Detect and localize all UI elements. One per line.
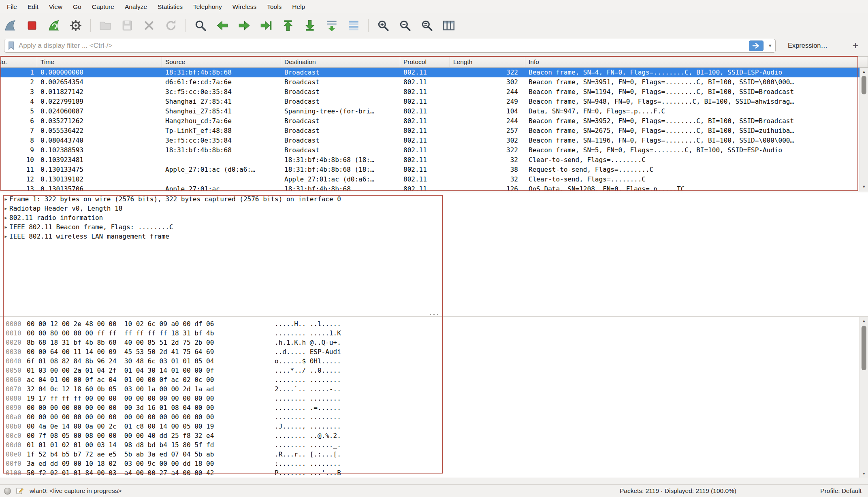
- expand-arrow-icon[interactable]: ▶: [2, 213, 9, 222]
- expression-button[interactable]: Expression…: [788, 42, 827, 49]
- menu-view[interactable]: View: [44, 0, 68, 13]
- hex-row-0000[interactable]: 000000 00 12 00 2e 48 00 00 10 02 6c 09 …: [0, 319, 868, 328]
- detail-line-3[interactable]: ▶802.11 radio information: [0, 213, 868, 222]
- apply-filter-button[interactable]: [749, 41, 763, 51]
- profile-button[interactable]: Profile: Default: [820, 487, 862, 495]
- find-packet-button[interactable]: [191, 16, 210, 35]
- column-header-info[interactable]: Info: [525, 57, 868, 67]
- hex-row-00e0[interactable]: 00e01f 52 b4 b5 b7 72 ae e5 5b ab 3a ed …: [0, 450, 868, 459]
- column-header-destination[interactable]: Destination: [281, 57, 400, 67]
- detail-line-1[interactable]: ▶Frame 1: 322 bytes on wire (2576 bits),…: [0, 194, 868, 204]
- menu-edit[interactable]: Edit: [22, 0, 44, 13]
- go-forward-button[interactable]: [235, 16, 254, 35]
- hex-row-0030[interactable]: 003000 00 64 00 11 14 00 09 45 53 50 2d …: [0, 347, 868, 356]
- zoom-reset-button[interactable]: [418, 16, 436, 35]
- expand-arrow-icon[interactable]: ▶: [2, 232, 9, 241]
- hex-row-00f0[interactable]: 00f03a ed dd 09 00 10 18 02 03 00 9c 00 …: [0, 459, 868, 468]
- filter-bookmark-icon[interactable]: [7, 41, 15, 50]
- colorize-button[interactable]: [344, 16, 363, 35]
- packet-row-10[interactable]: 100.10392348118:31:bf:4b:8b:68 (18:…802.…: [0, 155, 868, 165]
- hex-dump: 000000 00 12 00 2e 48 00 00 10 02 6c 09 …: [0, 319, 868, 478]
- zoom-in-button[interactable]: [374, 16, 392, 35]
- capture-options-button[interactable]: [66, 16, 85, 35]
- go-to-top-button[interactable]: [279, 16, 297, 35]
- packet-row-1[interactable]: 10.00000000018:31:bf:4b:8b:68Broadcast80…: [0, 68, 868, 77]
- hex-row-00c0[interactable]: 00c000 7f 08 05 00 08 00 00 00 00 40 dd …: [0, 431, 868, 440]
- restart-capture-button[interactable]: [45, 16, 63, 35]
- packet-row-3[interactable]: 30.0118271423c:f5:cc:0e:35:84Broadcast80…: [0, 87, 868, 97]
- column-header-no[interactable]: No.: [0, 57, 37, 67]
- hex-row-0070[interactable]: 007032 04 0c 12 18 60 0b 05 03 00 1a 00 …: [0, 384, 868, 394]
- hex-row-00b0[interactable]: 00b000 4a 0e 14 00 0a 00 2c 01 c8 00 14 …: [0, 422, 868, 431]
- packet-row-2[interactable]: 20.002654354d6:61:fe:cd:7a:6eBroadcast80…: [0, 77, 868, 87]
- hex-offset: 0060: [6, 375, 27, 384]
- packet-list-scrollbar-thumb[interactable]: [862, 76, 866, 94]
- capture-comment-icon[interactable]: [16, 487, 24, 495]
- detail-line-4[interactable]: ▶IEEE 802.11 Beacon frame, Flags: ......…: [0, 222, 868, 232]
- scroll-up-icon[interactable]: ▲: [860, 318, 868, 324]
- packet-row-7[interactable]: 70.055536422Tp-LinkT_ef:48:88Broadcast80…: [0, 126, 868, 136]
- hex-row-00a0[interactable]: 00a000 00 00 00 00 00 00 00 00 00 00 00 …: [0, 412, 868, 422]
- stop-capture-button[interactable]: [23, 16, 41, 35]
- auto-scroll-button[interactable]: [322, 16, 341, 35]
- hex-row-0040[interactable]: 00406f 01 08 82 84 8b 96 24 30 48 6c 03 …: [0, 356, 868, 366]
- filter-history-dropdown[interactable]: ▾: [765, 40, 775, 52]
- packet-row-5[interactable]: 50.024060087Shanghai_27:85:41Spanning-tr…: [0, 107, 868, 116]
- scroll-up-icon[interactable]: ▲: [860, 68, 868, 75]
- hex-row-0020[interactable]: 00208b 68 18 31 bf 4b 8b 68 40 00 85 51 …: [0, 338, 868, 347]
- hex-scrollbar-thumb[interactable]: [862, 326, 866, 370]
- scroll-down-icon[interactable]: ▼: [860, 183, 868, 190]
- packet-counts-text: Packets: 2119 · Displayed: 2119 (100.0%): [620, 487, 736, 495]
- hex-row-0100[interactable]: 010050 f2 02 01 01 84 00 03 a4 00 00 27 …: [0, 468, 868, 478]
- packet-row-4[interactable]: 40.022799189Shanghai_27:85:41Broadcast80…: [0, 97, 868, 107]
- go-back-button[interactable]: [213, 16, 232, 35]
- menu-go[interactable]: Go: [68, 0, 87, 13]
- menu-telephony[interactable]: Telephony: [188, 0, 227, 13]
- packet-cell: 4: [0, 97, 37, 107]
- detail-line-2[interactable]: ▶Radiotap Header v0, Length 18: [0, 204, 868, 213]
- hex-row-0090[interactable]: 009000 00 00 00 00 00 00 00 00 3d 16 01 …: [0, 403, 868, 412]
- menu-statistics[interactable]: Statistics: [152, 0, 188, 13]
- add-filter-button[interactable]: +: [849, 40, 862, 51]
- packet-cell: 7: [0, 126, 37, 136]
- menu-help[interactable]: Help: [287, 0, 310, 13]
- menu-file[interactable]: File: [2, 0, 22, 13]
- menu-tools[interactable]: Tools: [262, 0, 287, 13]
- packet-row-6[interactable]: 60.035271262Hangzhou_cd:7a:6eBroadcast80…: [0, 116, 868, 126]
- detail-line-5[interactable]: ▶IEEE 802.11 wireless LAN management fra…: [0, 232, 868, 241]
- packet-row-8[interactable]: 80.0804437403e:f5:cc:0e:35:84Broadcast80…: [0, 136, 868, 145]
- column-header-source[interactable]: Source: [162, 57, 281, 67]
- start-capture-button[interactable]: [1, 16, 19, 35]
- go-to-bottom-button[interactable]: [301, 16, 319, 35]
- hex-row-0050[interactable]: 005001 03 00 00 2a 01 04 2f 01 04 30 14 …: [0, 366, 868, 375]
- packet-row-12[interactable]: 120.130139102Apple_27:01:ac (d0:a6:…802.…: [0, 175, 868, 184]
- packet-row-9[interactable]: 90.10238859318:31:bf:4b:8b:68Broadcast80…: [0, 145, 868, 155]
- expand-arrow-icon[interactable]: ▶: [2, 204, 9, 213]
- hex-row-00d0[interactable]: 00d001 01 01 02 01 00 03 14 98 d8 bd b4 …: [0, 440, 868, 450]
- menu-capture[interactable]: Capture: [87, 0, 119, 13]
- packet-list-scrollbar[interactable]: ▲ ▼: [859, 68, 868, 191]
- expand-arrow-icon[interactable]: ▶: [2, 194, 9, 204]
- packet-row-11[interactable]: 110.130133475Apple_27:01:ac (d0:a6:…18:3…: [0, 165, 868, 175]
- zoom-out-button[interactable]: [396, 16, 414, 35]
- expert-info-icon[interactable]: [4, 488, 11, 495]
- column-header-length[interactable]: Length: [450, 57, 525, 67]
- column-header-time[interactable]: Time: [37, 57, 162, 67]
- go-to-packet-button[interactable]: [257, 16, 275, 35]
- resize-columns-button[interactable]: [439, 16, 458, 35]
- column-header-protocol[interactable]: Protocol: [400, 57, 450, 67]
- hex-row-0060[interactable]: 0060ac 04 01 00 00 0f ac 04 01 00 00 0f …: [0, 375, 868, 384]
- display-filter-input[interactable]: Apply a display filter ... <Ctrl-/> ▾: [4, 39, 776, 53]
- hex-scrollbar[interactable]: ▲ ▼: [859, 317, 868, 478]
- hex-row-0010[interactable]: 001000 00 80 00 00 00 ff ff ff ff ff ff …: [0, 328, 868, 338]
- menu-analyze[interactable]: Analyze: [119, 0, 152, 13]
- packet-row-13[interactable]: 130.130135706Apple_27:01:ac18:31:bf:4b:8…: [0, 184, 868, 191]
- scroll-down-icon[interactable]: ▼: [860, 470, 868, 477]
- expand-arrow-icon[interactable]: ▶: [2, 222, 9, 232]
- hex-row-0080[interactable]: 008019 17 ff ff ff 00 00 00 00 00 00 00 …: [0, 394, 868, 403]
- menu-wireless[interactable]: Wireless: [227, 0, 262, 13]
- toolbar-separator: [368, 19, 369, 32]
- start-capture-icon: [3, 19, 17, 32]
- pane-splitter[interactable]: [0, 312, 868, 316]
- hex-bytes: 01 03 00 00 2a 01 04 2f 01 04 30 14 01 0…: [27, 366, 275, 375]
